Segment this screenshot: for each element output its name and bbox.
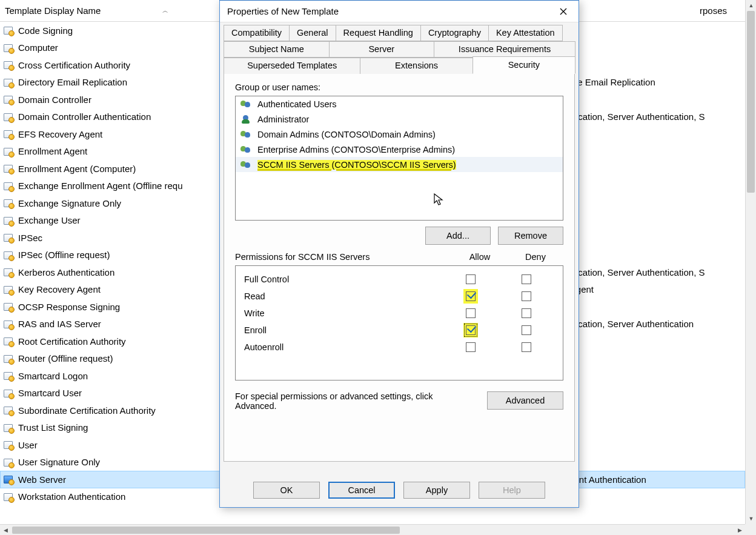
template-purposes: entication, Server Authentication, S — [563, 267, 745, 277]
cert-template-icon — [4, 216, 13, 225]
group-icon — [240, 160, 253, 170]
tab-strip: Compatibility General Request Handling C… — [224, 25, 575, 462]
allow-checkbox[interactable] — [466, 291, 476, 301]
allow-checkbox[interactable] — [466, 274, 476, 284]
cert-template-icon — [4, 440, 13, 450]
group-icon — [240, 145, 253, 155]
cert-template-icon — [4, 388, 13, 398]
add-button[interactable]: Add... — [425, 227, 491, 245]
tab-request-handling[interactable]: Request Handling — [336, 25, 421, 41]
tab-cryptography[interactable]: Cryptography — [420, 25, 489, 41]
tab-server[interactable]: Server — [329, 41, 435, 58]
tab-security[interactable]: Security — [472, 56, 575, 74]
cert-template-icon — [4, 405, 13, 415]
close-button[interactable] — [551, 3, 576, 20]
column-header-purposes[interactable]: rposes — [700, 5, 751, 16]
scroll-right-icon[interactable]: ▶ — [734, 525, 745, 536]
scroll-thumb[interactable] — [12, 527, 400, 534]
template-purposes: g — [563, 302, 745, 312]
template-purposes: Client Authentication — [563, 474, 745, 485]
allow-checkbox[interactable] — [466, 325, 476, 335]
cert-template-icon — [4, 371, 13, 380]
deny-checkbox[interactable] — [522, 274, 531, 284]
principal-item[interactable]: Authenticated Users — [236, 96, 563, 111]
permission-name: Enroll — [244, 325, 267, 335]
remove-button[interactable]: Remove — [498, 227, 563, 245]
group-icon — [240, 99, 253, 109]
permission-row: Read — [244, 288, 554, 305]
cert-template-icon — [4, 43, 13, 53]
permissions-label: Permissions for SCCM IIS Servers — [235, 252, 452, 262]
deny-checkbox[interactable] — [522, 291, 531, 301]
advanced-text: For special permissions or advanced sett… — [235, 391, 475, 411]
cert-template-icon — [4, 25, 13, 35]
permission-name: Write — [244, 308, 443, 318]
principal-label: Enterprise Admins (CONTOSO\Enterprise Ad… — [257, 145, 455, 155]
group-names-label: Group or user names: — [235, 82, 563, 92]
principal-label: Domain Admins (CONTOSO\Domain Admins) — [257, 130, 436, 139]
cert-template-icon — [4, 250, 13, 260]
principal-item[interactable]: Administrator — [236, 111, 563, 127]
cert-template-icon — [4, 112, 13, 122]
principal-item[interactable]: Domain Admins (CONTOSO\Domain Admins) — [236, 127, 563, 142]
cert-template-icon — [4, 164, 13, 173]
ok-button[interactable]: OK — [253, 482, 320, 499]
tab-compatibility[interactable]: Compatibility — [224, 25, 290, 41]
horizontal-scrollbar[interactable]: ◀ ▶ — [0, 524, 745, 535]
template-purposes: entication, Server Authentication, S — [563, 111, 745, 122]
principal-label: Administrator — [257, 115, 309, 124]
scroll-up-icon[interactable]: ▲ — [746, 0, 756, 11]
dialog-button-row: OK Cancel Apply Help — [220, 477, 579, 507]
tab-issuance-requirements[interactable]: Issuance Requirements — [434, 41, 575, 58]
tab-superseded-templates[interactable]: Superseded Templates — [224, 58, 360, 74]
deny-checkbox[interactable] — [522, 325, 531, 335]
cert-template-icon — [4, 95, 13, 104]
group-icon — [240, 130, 253, 139]
scroll-thumb[interactable] — [747, 11, 755, 193]
dialog-titlebar[interactable]: Properties of New Template — [220, 1, 579, 22]
tab-general[interactable]: General — [289, 25, 336, 41]
scroll-left-icon[interactable]: ◀ — [0, 525, 11, 536]
tab-key-attestation[interactable]: Key Attestation — [488, 25, 563, 41]
cancel-button[interactable]: Cancel — [328, 482, 395, 499]
permission-row: Enroll — [244, 322, 554, 339]
sort-indicator-icon: ︿ — [162, 7, 168, 15]
principal-item[interactable]: SCCM IIS Servers (CONTOSO\SCCM IIS Serve… — [236, 157, 563, 172]
allow-checkbox[interactable] — [466, 342, 476, 352]
apply-button[interactable]: Apply — [403, 482, 470, 499]
tab-extensions[interactable]: Extensions — [360, 58, 472, 74]
scroll-corner — [745, 524, 756, 535]
template-purposes: entication, Server Authentication — [563, 319, 745, 329]
deny-checkbox[interactable] — [522, 308, 531, 318]
advanced-button[interactable]: Advanced — [487, 391, 563, 410]
principal-label: Authenticated Users — [257, 99, 337, 109]
help-button[interactable]: Help — [479, 482, 545, 499]
cert-template-icon — [4, 336, 13, 346]
cert-template-icon — [4, 423, 13, 433]
vertical-scrollbar[interactable]: ▲ ▼ — [745, 0, 756, 524]
cert-template-icon — [4, 492, 13, 502]
template-purposes: y Agent — [563, 284, 745, 294]
cert-template-icon — [4, 267, 13, 277]
permission-row: Write — [244, 305, 554, 322]
dialog-title: Properties of New Template — [227, 6, 551, 16]
principals-listbox[interactable]: Authenticated UsersAdministratorDomain A… — [235, 96, 563, 221]
close-icon — [560, 8, 567, 15]
cert-template-icon — [4, 60, 13, 70]
cert-template-icon — [4, 198, 13, 208]
deny-checkbox[interactable] — [522, 342, 531, 352]
cert-template-icon — [4, 354, 13, 364]
principal-label: SCCM IIS Servers (CONTOSO\SCCM IIS Serve… — [257, 160, 456, 170]
permission-row: Full Control — [244, 271, 554, 288]
deny-header: Deny — [508, 252, 563, 262]
allow-header: Allow — [452, 252, 508, 262]
permissions-box: Full ControlReadWriteEnrollAutoenroll — [235, 265, 563, 380]
scroll-down-icon[interactable]: ▼ — [746, 513, 756, 524]
cert-template-icon — [4, 285, 13, 294]
cert-template-icon — [4, 233, 13, 242]
tab-subject-name[interactable]: Subject Name — [224, 41, 330, 58]
allow-checkbox[interactable] — [466, 308, 476, 318]
cert-template-icon — [4, 129, 13, 139]
principal-item[interactable]: Enterprise Admins (CONTOSO\Enterprise Ad… — [236, 142, 563, 157]
column-header-name[interactable]: Template Display Name — [5, 5, 101, 16]
